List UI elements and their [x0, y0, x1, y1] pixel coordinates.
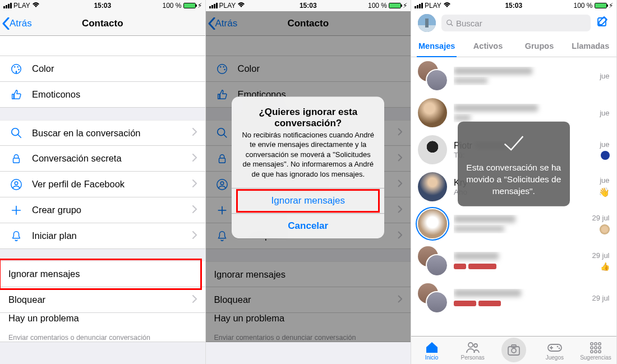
row-label: Emoticonos: [32, 89, 197, 100]
tabbar-people[interactable]: Personas: [452, 337, 493, 364]
chat-time: jue: [600, 140, 609, 149]
chat-time: jue: [600, 109, 609, 117]
avatar: [418, 246, 447, 275]
chevron-right-icon: [192, 154, 197, 164]
compose-icon: [596, 15, 610, 29]
chat-row[interactable]: jue: [411, 57, 616, 94]
camera-icon: [508, 344, 520, 356]
alert-title: ¿Quieres ignorar esta conversación?: [232, 96, 384, 130]
chevron-right-icon: [192, 179, 197, 190]
tab-messages[interactable]: Mensajes: [411, 35, 462, 57]
svg-point-39: [595, 342, 597, 344]
row-search-conversation[interactable]: Buscar en la conversación: [0, 120, 205, 146]
signal-icon: [415, 3, 423, 8]
alert-ignore-button[interactable]: Ignorar mensajes: [232, 188, 384, 213]
grid-icon: [588, 340, 603, 354]
search-input[interactable]: Buscar: [441, 15, 591, 31]
truncated-row: [0, 36, 205, 56]
plus-icon: [8, 202, 24, 218]
tab-calls[interactable]: Llamadas: [565, 35, 616, 57]
svg-rect-32: [512, 345, 516, 347]
row-block[interactable]: Bloquear: [0, 287, 205, 313]
avatar: [418, 61, 447, 90]
battery-pct-label: 100 %: [368, 2, 387, 10]
bell-icon: [8, 228, 24, 244]
svg-point-45: [595, 350, 597, 352]
people-icon: [466, 340, 480, 354]
svg-point-31: [512, 348, 516, 353]
svg-line-26: [451, 24, 453, 26]
row-label: Iniciar plan: [32, 231, 192, 241]
my-avatar[interactable]: [418, 14, 436, 32]
tabbar-suggestions[interactable]: Sugerencias: [575, 337, 616, 364]
svg-point-36: [557, 345, 559, 347]
chat-row[interactable]: 29 jul👍: [411, 242, 616, 279]
like-icon: 👍: [600, 262, 610, 271]
svg-point-25: [447, 20, 452, 25]
carrier-label: PLAY: [13, 2, 30, 10]
chevron-right-icon: [192, 295, 197, 305]
svg-point-44: [591, 350, 593, 352]
chevron-left-icon: [2, 17, 10, 30]
signal-icon: [3, 3, 12, 8]
row-problem[interactable]: Hay un problema Enviar comentarios o den…: [0, 313, 205, 342]
svg-point-43: [598, 346, 601, 348]
palette-icon: [8, 61, 24, 77]
chat-row[interactable]: 29 jul: [411, 205, 616, 242]
row-facebook-profile[interactable]: Ver perfil de Facebook: [0, 172, 205, 197]
svg-point-29: [474, 344, 477, 347]
compose-button[interactable]: [596, 15, 610, 31]
avatar: [418, 209, 447, 238]
tab-active[interactable]: Activos: [462, 35, 513, 57]
carrier-label: PLAY: [425, 2, 441, 10]
svg-point-28: [468, 343, 473, 347]
row-create-group[interactable]: Crear grupo: [0, 197, 205, 223]
tab-groups[interactable]: Grupos: [514, 35, 565, 57]
conversation-tabs: Mensajes Activos Grupos Llamadas: [411, 35, 616, 57]
seen-avatar: [600, 224, 610, 234]
svg-point-38: [591, 342, 593, 344]
row-label: Color: [32, 63, 197, 74]
wave-icon: 👋: [598, 187, 610, 197]
chat-time: 29 jul: [592, 214, 609, 222]
battery-icon: [595, 3, 607, 8]
profile-icon: [8, 177, 24, 192]
tabbar-label: Sugerencias: [580, 354, 611, 361]
row-label: Buscar en la conversación: [32, 128, 192, 139]
row-label: Hay un problema: [8, 313, 79, 334]
tabbar-camera[interactable]: [493, 337, 534, 364]
tabbar-games[interactable]: Juegos: [534, 337, 575, 364]
back-button[interactable]: Atrás: [0, 17, 32, 30]
back-label: Atrás: [10, 18, 32, 29]
clock-label: 15:03: [94, 2, 111, 10]
row-emoticons[interactable]: Emoticonos: [0, 82, 205, 108]
search-icon: [446, 19, 454, 27]
row-start-plan[interactable]: Iniciar plan: [0, 223, 205, 249]
tabbar-home[interactable]: Inicio: [411, 337, 452, 364]
svg-point-2: [17, 66, 19, 68]
svg-line-5: [18, 135, 21, 138]
chat-row[interactable]: 29 jul: [411, 279, 616, 316]
check-icon: [500, 132, 527, 154]
row-sublabel: Enviar comentarios o denunciar conversac…: [8, 334, 150, 342]
svg-point-8: [15, 181, 18, 185]
nav-title: Contacto: [82, 18, 123, 29]
top-bar: Buscar: [411, 11, 616, 35]
row-color[interactable]: Color: [0, 56, 205, 82]
gamepad-icon: [547, 340, 563, 354]
screen-ignore-alert: PLAY 15:03 100 %⚡︎ Atrás Contacto Color …: [206, 0, 412, 364]
chevron-right-icon: [192, 128, 197, 138]
chat-time: jue: [600, 176, 609, 185]
clock-label: 15:03: [300, 2, 317, 10]
row-label: Bloquear: [8, 294, 192, 305]
screen-chats-list: PLAY 15:03 100 %⚡︎ Buscar Mensajes Activ…: [411, 0, 617, 364]
row-ignore-messages[interactable]: Ignorar mensajes: [0, 261, 205, 287]
chevron-right-icon: [192, 231, 197, 241]
row-label: Conversación secreta: [32, 153, 192, 164]
svg-point-37: [559, 347, 560, 349]
row-label: Ver perfil de Facebook: [32, 179, 192, 190]
row-label: Ignorar mensajes: [8, 269, 197, 279]
alert-cancel-button[interactable]: Cancelar: [232, 213, 384, 238]
clock-label: 15:03: [505, 2, 522, 10]
row-secret-conversation[interactable]: Conversación secreta: [0, 146, 205, 172]
